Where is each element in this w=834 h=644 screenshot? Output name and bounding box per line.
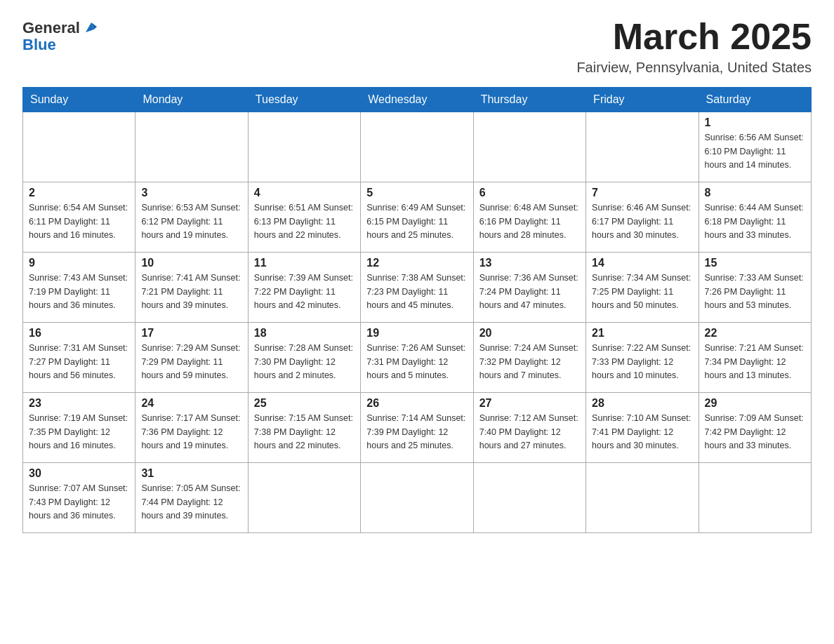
- day-number: 30: [29, 467, 129, 480]
- day-number: 2: [29, 187, 129, 199]
- day-number: 22: [705, 327, 805, 340]
- day-info: Sunrise: 7:36 AM Sunset: 7:24 PM Dayligh…: [479, 271, 580, 312]
- calendar-cell: 25Sunrise: 7:15 AM Sunset: 7:38 PM Dayli…: [248, 393, 360, 463]
- day-info: Sunrise: 6:51 AM Sunset: 6:13 PM Dayligh…: [254, 201, 355, 242]
- day-info: Sunrise: 6:49 AM Sunset: 6:15 PM Dayligh…: [366, 201, 467, 242]
- calendar-week-row: 30Sunrise: 7:07 AM Sunset: 7:43 PM Dayli…: [23, 463, 812, 533]
- day-number: 29: [705, 397, 805, 410]
- day-info: Sunrise: 7:10 AM Sunset: 7:41 PM Dayligh…: [592, 412, 692, 452]
- day-info: Sunrise: 7:19 AM Sunset: 7:35 PM Dayligh…: [29, 412, 129, 452]
- calendar-cell: 21Sunrise: 7:22 AM Sunset: 7:33 PM Dayli…: [586, 323, 699, 393]
- calendar-cell: 16Sunrise: 7:31 AM Sunset: 7:27 PM Dayli…: [23, 323, 135, 393]
- day-info: Sunrise: 7:41 AM Sunset: 7:21 PM Dayligh…: [141, 271, 241, 312]
- day-info: Sunrise: 7:15 AM Sunset: 7:38 PM Dayligh…: [254, 412, 355, 452]
- title-block: March 2025 Fairview, Pennsylvania, Unite…: [576, 17, 812, 76]
- day-number: 14: [592, 257, 692, 269]
- day-info: Sunrise: 7:26 AM Sunset: 7:31 PM Dayligh…: [366, 342, 467, 382]
- calendar-cell: 28Sunrise: 7:10 AM Sunset: 7:41 PM Dayli…: [586, 393, 699, 463]
- day-info: Sunrise: 7:14 AM Sunset: 7:39 PM Dayligh…: [366, 412, 467, 452]
- calendar-cell: [586, 112, 699, 182]
- weekday-header-friday: Friday: [586, 88, 699, 112]
- day-info: Sunrise: 7:17 AM Sunset: 7:36 PM Dayligh…: [141, 412, 241, 452]
- month-title: March 2025: [576, 17, 812, 57]
- day-number: 10: [141, 257, 241, 269]
- day-info: Sunrise: 7:05 AM Sunset: 7:44 PM Dayligh…: [141, 482, 241, 523]
- calendar-cell: 31Sunrise: 7:05 AM Sunset: 7:44 PM Dayli…: [135, 463, 248, 533]
- day-info: Sunrise: 7:24 AM Sunset: 7:32 PM Dayligh…: [479, 342, 580, 382]
- calendar-cell: 2Sunrise: 6:54 AM Sunset: 6:11 PM Daylig…: [23, 182, 135, 253]
- day-number: 9: [29, 257, 129, 269]
- day-info: Sunrise: 7:31 AM Sunset: 7:27 PM Dayligh…: [29, 342, 129, 382]
- day-info: Sunrise: 6:56 AM Sunset: 6:10 PM Dayligh…: [705, 131, 805, 172]
- calendar-cell: [473, 463, 585, 533]
- day-number: 15: [705, 257, 805, 269]
- day-number: 21: [592, 327, 692, 340]
- calendar-cell: 13Sunrise: 7:36 AM Sunset: 7:24 PM Dayli…: [473, 253, 585, 323]
- day-info: Sunrise: 6:44 AM Sunset: 6:18 PM Dayligh…: [705, 201, 805, 242]
- logo: General Blue: [22, 20, 97, 53]
- calendar-cell: 20Sunrise: 7:24 AM Sunset: 7:32 PM Dayli…: [473, 323, 585, 393]
- calendar-cell: 29Sunrise: 7:09 AM Sunset: 7:42 PM Dayli…: [699, 393, 811, 463]
- calendar-cell: [699, 463, 811, 533]
- day-number: 8: [705, 187, 805, 199]
- day-number: 18: [254, 327, 355, 340]
- day-number: 13: [479, 257, 580, 269]
- calendar-week-row: 2Sunrise: 6:54 AM Sunset: 6:11 PM Daylig…: [23, 182, 812, 253]
- weekday-header-monday: Monday: [135, 88, 248, 112]
- day-number: 28: [592, 397, 692, 410]
- logo-bird-icon: [81, 20, 97, 35]
- logo-blue: Blue: [22, 36, 56, 53]
- weekday-header-tuesday: Tuesday: [248, 88, 360, 112]
- day-info: Sunrise: 6:46 AM Sunset: 6:17 PM Dayligh…: [592, 201, 692, 242]
- day-number: 12: [366, 257, 467, 269]
- day-number: 26: [366, 397, 467, 410]
- calendar-cell: 22Sunrise: 7:21 AM Sunset: 7:34 PM Dayli…: [699, 323, 811, 393]
- day-number: 25: [254, 397, 355, 410]
- calendar-cell: 6Sunrise: 6:48 AM Sunset: 6:16 PM Daylig…: [473, 182, 585, 253]
- calendar-cell: 26Sunrise: 7:14 AM Sunset: 7:39 PM Dayli…: [361, 393, 473, 463]
- calendar-cell: 14Sunrise: 7:34 AM Sunset: 7:25 PM Dayli…: [586, 253, 699, 323]
- day-number: 16: [29, 327, 129, 340]
- day-info: Sunrise: 7:43 AM Sunset: 7:19 PM Dayligh…: [29, 271, 129, 312]
- calendar-cell: [23, 112, 135, 182]
- day-info: Sunrise: 7:07 AM Sunset: 7:43 PM Dayligh…: [29, 482, 129, 523]
- day-number: 6: [479, 187, 580, 199]
- calendar-cell: 24Sunrise: 7:17 AM Sunset: 7:36 PM Dayli…: [135, 393, 248, 463]
- day-number: 20: [479, 327, 580, 340]
- day-info: Sunrise: 6:53 AM Sunset: 6:12 PM Dayligh…: [141, 201, 241, 242]
- weekday-header-wednesday: Wednesday: [361, 88, 473, 112]
- calendar-cell: [248, 463, 360, 533]
- calendar-week-row: 16Sunrise: 7:31 AM Sunset: 7:27 PM Dayli…: [23, 323, 812, 393]
- calendar-cell: [361, 463, 473, 533]
- calendar-cell: 17Sunrise: 7:29 AM Sunset: 7:29 PM Dayli…: [135, 323, 248, 393]
- day-number: 27: [479, 397, 580, 410]
- calendar-week-row: 1Sunrise: 6:56 AM Sunset: 6:10 PM Daylig…: [23, 112, 812, 182]
- day-info: Sunrise: 7:21 AM Sunset: 7:34 PM Dayligh…: [705, 342, 805, 382]
- calendar-cell: 12Sunrise: 7:38 AM Sunset: 7:23 PM Dayli…: [361, 253, 473, 323]
- calendar-cell: 5Sunrise: 6:49 AM Sunset: 6:15 PM Daylig…: [361, 182, 473, 253]
- day-info: Sunrise: 6:48 AM Sunset: 6:16 PM Dayligh…: [479, 201, 580, 242]
- page-header: General Blue March 2025 Fairview, Pennsy…: [22, 17, 812, 76]
- day-number: 23: [29, 397, 129, 410]
- day-number: 1: [705, 116, 805, 129]
- calendar-cell: [586, 463, 699, 533]
- calendar-cell: 7Sunrise: 6:46 AM Sunset: 6:17 PM Daylig…: [586, 182, 699, 253]
- location-subtitle: Fairview, Pennsylvania, United States: [576, 60, 812, 76]
- calendar-cell: 30Sunrise: 7:07 AM Sunset: 7:43 PM Dayli…: [23, 463, 135, 533]
- calendar-cell: 3Sunrise: 6:53 AM Sunset: 6:12 PM Daylig…: [135, 182, 248, 253]
- calendar-cell: [248, 112, 360, 182]
- day-info: Sunrise: 7:12 AM Sunset: 7:40 PM Dayligh…: [479, 412, 580, 452]
- calendar-cell: 4Sunrise: 6:51 AM Sunset: 6:13 PM Daylig…: [248, 182, 360, 253]
- day-number: 7: [592, 187, 692, 199]
- calendar-table: SundayMondayTuesdayWednesdayThursdayFrid…: [22, 87, 812, 533]
- weekday-header-row: SundayMondayTuesdayWednesdayThursdayFrid…: [23, 88, 812, 112]
- calendar-cell: 9Sunrise: 7:43 AM Sunset: 7:19 PM Daylig…: [23, 253, 135, 323]
- day-number: 11: [254, 257, 355, 269]
- weekday-header-saturday: Saturday: [699, 88, 811, 112]
- day-info: Sunrise: 7:39 AM Sunset: 7:22 PM Dayligh…: [254, 271, 355, 312]
- day-number: 31: [141, 467, 241, 480]
- calendar-week-row: 23Sunrise: 7:19 AM Sunset: 7:35 PM Dayli…: [23, 393, 812, 463]
- day-info: Sunrise: 7:33 AM Sunset: 7:26 PM Dayligh…: [705, 271, 805, 312]
- calendar-cell: 11Sunrise: 7:39 AM Sunset: 7:22 PM Dayli…: [248, 253, 360, 323]
- calendar-cell: [361, 112, 473, 182]
